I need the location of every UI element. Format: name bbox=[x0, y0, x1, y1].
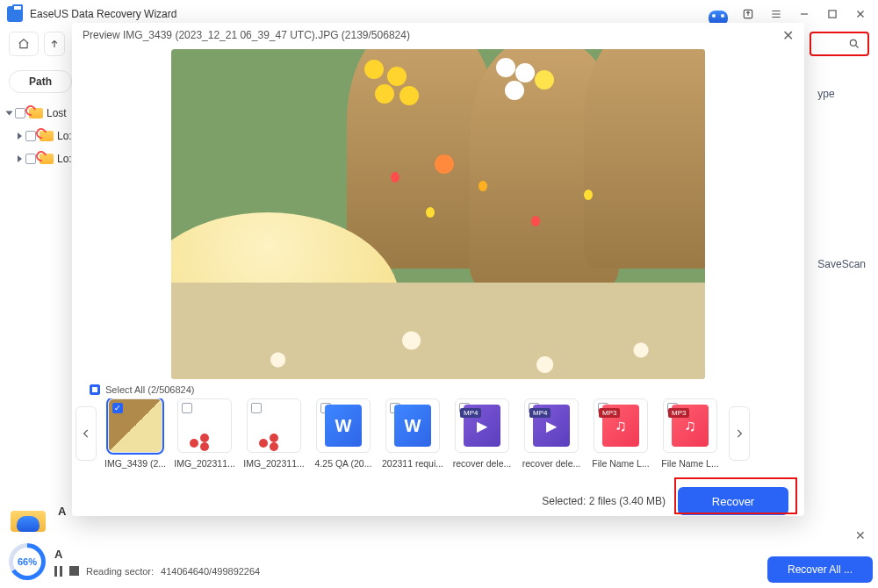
app-title: EaseUS Data Recovery Wizard bbox=[30, 8, 176, 20]
thumbnail[interactable]: IMG_202311... bbox=[244, 398, 304, 469]
thumbnail[interactable]: 202311 requi... bbox=[383, 398, 443, 469]
thumb-label: File Name L... bbox=[589, 458, 652, 469]
status-heading-top: A bbox=[58, 505, 66, 518]
svg-point-2 bbox=[850, 39, 856, 46]
thumb-box bbox=[385, 398, 440, 453]
path-toggle[interactable]: Path bbox=[9, 70, 72, 93]
recover-all-label: Recover All ... bbox=[788, 563, 853, 576]
thumbnail[interactable]: MP3File Name L... bbox=[660, 398, 720, 469]
search-icon[interactable] bbox=[848, 38, 860, 50]
close-icon[interactable] bbox=[850, 4, 871, 25]
selected-summary: Selected: 2 files (3.40 MB) bbox=[542, 495, 666, 507]
thumb-label: IMG_3439 (2... bbox=[105, 458, 167, 469]
thumb-box: MP4 bbox=[455, 398, 509, 453]
status-bar: 66% A Reading sector: 414064640/49989226… bbox=[0, 535, 878, 588]
chevron-right-icon bbox=[18, 155, 22, 162]
reading-sector-values: 414064640/499892264 bbox=[161, 566, 260, 577]
lost-folder-icon bbox=[40, 131, 54, 141]
mascot-notify-icon[interactable] bbox=[11, 504, 46, 532]
modal-close-icon[interactable]: ✕ bbox=[782, 27, 794, 44]
thumbnail[interactable]: MP4recover dele... bbox=[522, 398, 581, 469]
thumb-label: IMG_202311... bbox=[173, 458, 236, 469]
thumb-checkbox[interactable] bbox=[112, 403, 123, 413]
thumb-checkbox[interactable] bbox=[251, 403, 262, 413]
home-button[interactable] bbox=[9, 32, 39, 56]
mascot-icon[interactable] bbox=[706, 4, 730, 25]
minimize-icon[interactable] bbox=[794, 4, 815, 25]
thumb-label: 4.25 QA (20... bbox=[312, 458, 375, 469]
search-input[interactable] bbox=[822, 37, 848, 51]
stop-icon[interactable] bbox=[69, 566, 79, 576]
search-field-highlight bbox=[810, 32, 869, 56]
app-logo-icon bbox=[7, 6, 23, 22]
thumbnail-strip: IMG_3439 (2...IMG_202311...IMG_202311...… bbox=[72, 398, 804, 469]
status-heading-mid: A bbox=[54, 548, 260, 561]
tree-label: Lo: bbox=[57, 130, 72, 142]
thumbnail[interactable]: IMG_3439 (2... bbox=[105, 398, 165, 469]
tree-item-root[interactable]: Lost bbox=[4, 102, 83, 125]
reading-sector-label: Reading sector: bbox=[86, 566, 154, 577]
recover-all-button[interactable]: Recover All ... bbox=[767, 556, 873, 583]
thumb-checkbox[interactable] bbox=[182, 403, 192, 413]
thumb-box bbox=[316, 398, 371, 453]
savescan-fragment: SaveScan bbox=[817, 258, 866, 270]
thumb-label: 202311 requi... bbox=[381, 458, 444, 469]
modal-header: Preview IMG_3439 (2023_12_21 06_39_47 UT… bbox=[72, 23, 804, 47]
select-all-row: Select All (2/506824) bbox=[72, 383, 804, 398]
lost-folder-icon bbox=[29, 108, 43, 118]
thumb-label: IMG_202311... bbox=[242, 458, 306, 469]
select-all-label: Select All (2/506824) bbox=[105, 384, 195, 395]
recover-button-label: Recover bbox=[712, 495, 754, 508]
tree-checkbox[interactable] bbox=[15, 108, 25, 118]
thumb-box bbox=[177, 398, 232, 453]
folder-tree: Path Lost Lo: Lo: bbox=[4, 70, 83, 170]
tree-item-child[interactable]: Lo: bbox=[4, 147, 83, 170]
tree-item-child[interactable]: Lo: bbox=[4, 125, 83, 147]
thumbnail[interactable]: MP3File Name L... bbox=[591, 398, 651, 469]
thumb-next-button[interactable] bbox=[729, 406, 750, 461]
modal-footer: Selected: 2 files (3.40 MB) Recover bbox=[72, 476, 804, 516]
menu-icon[interactable] bbox=[766, 4, 787, 25]
progress-percent: 66% bbox=[18, 556, 37, 567]
thumb-label: File Name L... bbox=[658, 458, 720, 469]
svg-rect-1 bbox=[829, 11, 836, 18]
pause-icon[interactable] bbox=[54, 566, 62, 577]
preview-modal: Preview IMG_3439 (2023_12_21 06_39_47 UT… bbox=[72, 23, 804, 516]
lost-folder-icon bbox=[40, 154, 54, 164]
thumbnail[interactable]: MP4recover dele... bbox=[452, 398, 512, 469]
right-column-fragments: ype SaveScan bbox=[817, 88, 866, 428]
thumb-box: MP3 bbox=[663, 398, 717, 453]
tree-checkbox[interactable] bbox=[25, 154, 36, 164]
tree-label: Lost bbox=[47, 107, 67, 119]
progress-ring: 66% bbox=[9, 543, 46, 580]
chevron-down-icon bbox=[6, 111, 13, 116]
thumbnail[interactable]: IMG_202311... bbox=[175, 398, 234, 469]
thumb-prev-button[interactable] bbox=[76, 406, 97, 461]
thumb-box: MP4 bbox=[524, 398, 579, 453]
thumb-label: recover dele... bbox=[520, 458, 583, 469]
up-button[interactable] bbox=[44, 32, 65, 56]
recover-button[interactable]: Recover bbox=[678, 487, 788, 515]
thumb-box bbox=[108, 398, 162, 453]
maximize-icon[interactable] bbox=[822, 4, 843, 25]
select-all-checkbox[interactable] bbox=[90, 384, 100, 395]
thumb-label: recover dele... bbox=[450, 458, 514, 469]
thumbnail[interactable]: 4.25 QA (20... bbox=[313, 398, 373, 469]
preview-image bbox=[171, 49, 705, 379]
thumb-box bbox=[247, 398, 301, 453]
modal-title: Preview IMG_3439 (2023_12_21 06_39_47 UT… bbox=[83, 29, 410, 41]
type-header-fragment: ype bbox=[817, 88, 866, 100]
tree-label: Lo: bbox=[57, 153, 72, 165]
chevron-right-icon bbox=[18, 133, 22, 140]
share-icon[interactable] bbox=[738, 4, 759, 25]
tree-checkbox[interactable] bbox=[25, 131, 36, 141]
thumb-box: MP3 bbox=[594, 398, 648, 453]
